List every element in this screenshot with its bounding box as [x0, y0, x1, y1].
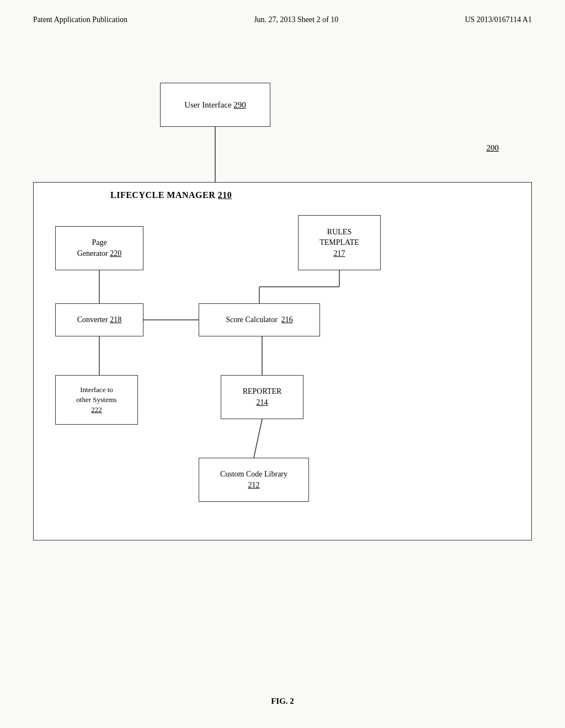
rt-label: RULES TEMPLATE 217	[319, 227, 359, 259]
interface-other-systems-box: Interface to other Systems 222	[55, 375, 138, 425]
ccl-label: Custom Code Library 212	[220, 469, 287, 490]
score-calculator-box: Score Calculator 216	[199, 303, 320, 336]
ios-label: Interface to other Systems 222	[76, 385, 116, 415]
reporter-box: REPORTER 214	[221, 375, 303, 419]
header-center: Jun. 27, 2013 Sheet 2 of 10	[254, 15, 338, 24]
converter-box: Converter 218	[55, 303, 143, 336]
ui-label: User Interface 290	[184, 99, 246, 111]
sc-label: Score Calculator 216	[226, 314, 293, 325]
fig-label: FIG. 2	[271, 697, 294, 706]
page-generator-box: PageGenerator 220	[55, 226, 143, 270]
lm-title: LIFECYCLE MANAGER 210	[110, 190, 232, 200]
conv-label: Converter 218	[77, 314, 121, 325]
diagram-area: User Interface 290 200 LIFECYCLE MANAGER…	[33, 50, 532, 662]
page: Patent Application Publication Jun. 27, …	[0, 0, 565, 728]
pg-label: PageGenerator 220	[77, 237, 121, 259]
user-interface-box: User Interface 290	[160, 83, 270, 127]
ref-200-label: 200	[487, 143, 499, 153]
header-right: US 2013/0167114 A1	[465, 15, 532, 24]
custom-code-library-box: Custom Code Library 212	[199, 458, 309, 502]
header-left: Patent Application Publication	[33, 15, 127, 24]
rules-template-box: RULES TEMPLATE 217	[298, 215, 381, 270]
rep-label: REPORTER 214	[243, 386, 282, 408]
page-header: Patent Application Publication Jun. 27, …	[0, 0, 565, 24]
